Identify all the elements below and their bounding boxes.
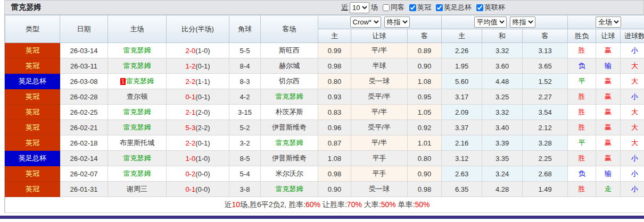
- odds-home: 0.96: [318, 120, 351, 135]
- avg-home: 5.60: [442, 74, 482, 89]
- match-type-badge: 英冠: [5, 182, 60, 197]
- odds-home: 0.98: [318, 58, 351, 74]
- filter-facup-checkbox[interactable]: [436, 4, 443, 11]
- result-goals: 大: [621, 135, 644, 151]
- avg-home: 1.95: [442, 58, 482, 74]
- odds-stage-select[interactable]: 终指: [384, 16, 410, 28]
- filter-leaguecup-checkbox[interactable]: [476, 4, 483, 11]
- home-team: 雷克瑟姆: [108, 120, 167, 135]
- match-date: 26-02-14: [60, 151, 108, 166]
- same-away-checkbox[interactable]: [383, 4, 390, 11]
- away-team: 切尔西: [261, 74, 318, 89]
- away-team: 雷克瑟姆: [261, 135, 318, 151]
- match-type-badge: 英冠: [5, 105, 60, 120]
- avg-away: 2.27: [523, 89, 568, 105]
- result-goals: 小: [621, 43, 644, 58]
- match-type-badge: 英冠: [5, 135, 60, 151]
- halftime-score: (2-0): [195, 108, 210, 116]
- away-team: 斯旺西: [261, 43, 318, 58]
- recent-link[interactable]: 近: [341, 3, 348, 12]
- home-team-name: 布里斯托城: [120, 139, 154, 147]
- avg-away: 3.54: [523, 105, 568, 120]
- games-label: 场: [371, 3, 378, 12]
- away-team: 米尔沃尔: [261, 166, 318, 182]
- result-handicap: 走: [596, 182, 621, 197]
- away-team-name: 切尔西: [279, 77, 300, 85]
- result-wdl: 胜: [568, 151, 596, 166]
- corner-count: 5-5: [229, 43, 261, 58]
- odds-handicap: 受平/半: [351, 120, 408, 135]
- neutral-mark-icon: 1: [120, 78, 126, 85]
- avg-draw: 3.25: [482, 89, 523, 105]
- match-type-badge: 英冠: [5, 58, 60, 74]
- match-score: 1-2(0-1): [167, 58, 229, 74]
- halftime-score: (0-1): [195, 139, 210, 147]
- avg-stage-select[interactable]: 终指: [510, 16, 535, 28]
- scope-select[interactable]: 全场: [596, 16, 621, 28]
- home-team: 雷克瑟姆: [108, 151, 167, 166]
- fulltime-score: 0-2: [185, 170, 195, 178]
- away-team: 雷克瑟姆: [261, 182, 318, 197]
- away-team-name: 米尔沃尔: [276, 169, 303, 177]
- avg-away: 2.12: [523, 120, 568, 135]
- avg-company-select[interactable]: 平均值: [474, 16, 507, 28]
- match-date: 26-02-21: [60, 120, 108, 135]
- summary-stat-value: 50%: [381, 200, 396, 209]
- match-score: 2-0(1-0): [167, 43, 229, 58]
- odds-away: 0.98: [408, 182, 442, 197]
- subcol-result-wdl: 胜负: [568, 29, 596, 43]
- subcol-odds-home: 主: [318, 29, 351, 43]
- summary-text: 场,胜6平2负2, 胜率:: [240, 200, 306, 209]
- filter-league-checkbox[interactable]: [409, 4, 416, 11]
- home-team: 雷克瑟姆: [108, 58, 167, 74]
- halftime-score: (0-1): [195, 62, 210, 70]
- avg-home: 3.12: [442, 151, 482, 166]
- result-wdl: 胜: [568, 89, 596, 105]
- match-rows: 英冠26-03-14雷克瑟姆2-0(1-0)5-5斯旺西0.99平/半0.892…: [5, 43, 644, 197]
- avg-away: 1.49: [523, 182, 568, 197]
- summary-text: 近: [225, 200, 232, 209]
- result-goals: 小: [621, 89, 644, 105]
- odds-away: 0.80: [408, 151, 442, 166]
- result-wdl: 胜: [568, 43, 596, 58]
- table-row: 英冠26-02-21雷克瑟姆5-3(2-2)5-2伊普斯维奇0.96受平/半0.…: [5, 120, 644, 135]
- fulltime-score: 5-3: [185, 124, 195, 132]
- subcol-result-line: 让球: [596, 29, 621, 43]
- col-header-corner: 角球: [229, 15, 261, 43]
- result-goals: 小: [621, 151, 644, 166]
- table-row: 英冠26-02-07雷克瑟姆0-2(0-0)5-4米尔沃尔0.98平手0.902…: [5, 166, 644, 182]
- table-row: 英足总杯26-02-14雷克瑟姆1-0(1-0)8-5伊普斯维奇1.08平手0.…: [5, 151, 644, 166]
- home-team: 谢周三: [108, 182, 167, 197]
- odds-away: 1.05: [408, 105, 442, 120]
- match-date: 26-02-25: [60, 105, 108, 120]
- avg-draw: 3.40: [482, 120, 523, 135]
- title-bar: 雷克瑟姆 近 10 场 同客 英冠 英足总杯 英联杯: [5, 0, 643, 15]
- filter-league-label: 英冠: [406, 3, 431, 12]
- result-goals: 大: [621, 74, 644, 89]
- corner-count: 8-3: [229, 74, 261, 89]
- away-team-name: 朴茨茅斯: [276, 108, 303, 116]
- odds-handicap: 平手: [351, 151, 408, 166]
- odds-company-select[interactable]: Crow*: [350, 16, 381, 28]
- recent-count-select[interactable]: 10: [350, 2, 369, 13]
- avg-home: 2.26: [442, 43, 482, 58]
- away-team-name: 伊普斯维奇: [272, 123, 307, 131]
- away-team-name: 雷克瑟姆: [276, 139, 303, 147]
- result-handicap: 赢: [596, 120, 621, 135]
- corner-count: 5-2: [229, 120, 261, 135]
- odds-handicap: 半球: [351, 58, 408, 74]
- home-team-name: 雷克瑟姆: [123, 62, 151, 70]
- corner-count: 8-5: [229, 151, 261, 166]
- table-row: 英冠26-02-25雷克瑟姆2-1(2-0)3-15朴茨茅斯0.83平/半1.0…: [5, 105, 644, 120]
- avg-draw: 4.28: [482, 182, 523, 197]
- avg-home: 2.63: [442, 166, 482, 182]
- home-team: 布里斯托城: [108, 135, 167, 151]
- halftime-score: (1-0): [195, 47, 210, 55]
- table-row: 英冠26-03-11雷克瑟姆1-2(0-1)8-4赫尔城0.98半球0.901.…: [5, 58, 644, 74]
- result-wdl: 胜: [568, 105, 596, 120]
- odds-away: 0.92: [408, 120, 442, 135]
- summary-stat-value: 70%: [347, 200, 362, 209]
- home-team: 查尔顿: [108, 89, 167, 105]
- halftime-score: (0-0): [195, 170, 210, 178]
- odds-home: 0.98: [318, 166, 351, 182]
